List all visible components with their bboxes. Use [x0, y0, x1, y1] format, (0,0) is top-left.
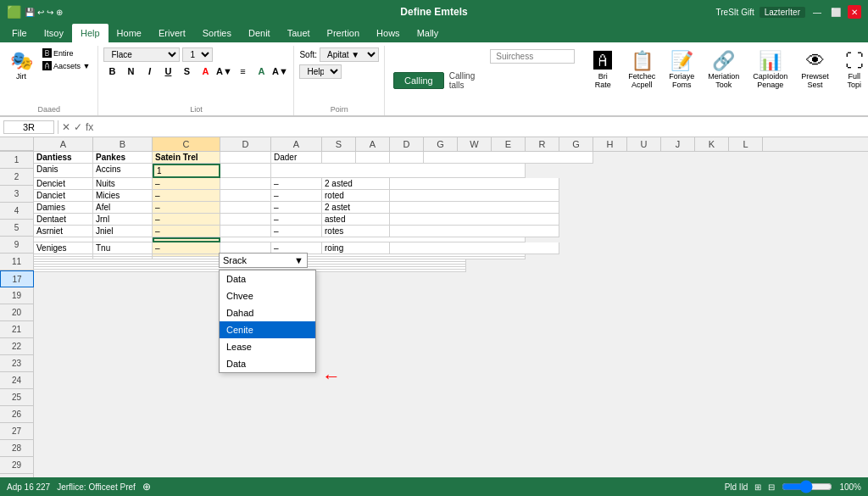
calling-indicator[interactable]: Calling: [393, 72, 444, 89]
col-d[interactable]: D: [220, 137, 271, 151]
cell-a23[interactable]: –: [271, 178, 322, 190]
cell-b9[interactable]: Jrnl: [93, 214, 153, 226]
bold-btn[interactable]: B: [103, 64, 120, 79]
cell-c1[interactable]: Satein Trel: [153, 152, 220, 164]
tab-erivert[interactable]: Erivert: [150, 24, 194, 42]
tab-mally[interactable]: Mally: [409, 24, 448, 42]
name-box[interactable]: [3, 120, 54, 134]
cell-b5[interactable]: Afel: [93, 202, 153, 214]
aacsets-btn[interactable]: 🅰 Aacsets ▼: [40, 60, 92, 72]
view-normal-icon[interactable]: ⊞: [754, 482, 761, 492]
row-num-25[interactable]: 25: [0, 389, 34, 406]
col-e[interactable]: E: [492, 137, 526, 151]
font-color-btn[interactable]: A: [197, 64, 214, 79]
cell-a25[interactable]: –: [271, 202, 322, 214]
tab-home[interactable]: Home: [108, 24, 150, 42]
cell-rest19[interactable]: [390, 242, 559, 254]
col-w[interactable]: W: [458, 137, 492, 151]
tab-help[interactable]: Help: [72, 24, 108, 42]
tab-denit[interactable]: Denit: [240, 24, 279, 42]
cell-a2[interactable]: Danis: [34, 164, 93, 178]
row-num-24[interactable]: 24: [0, 372, 34, 389]
cell-rest4[interactable]: [390, 190, 559, 202]
col-a[interactable]: A: [34, 137, 93, 151]
cell-d21[interactable]: [390, 152, 424, 164]
col-b[interactable]: B: [93, 137, 153, 151]
font-color2-btn[interactable]: A▼: [271, 64, 288, 79]
prewset-btn[interactable]: 👁 PrewsetSest: [797, 47, 833, 92]
row-num-22[interactable]: 22: [0, 338, 34, 355]
cell-c5[interactable]: –: [153, 202, 220, 214]
tab-itsoy[interactable]: Itsoy: [36, 24, 72, 42]
cell-rest3[interactable]: [390, 178, 559, 190]
dropdown-item-data1[interactable]: Data: [220, 270, 315, 287]
col-g2[interactable]: G: [559, 137, 593, 151]
row-num-19[interactable]: 19: [0, 287, 34, 304]
cell-b4[interactable]: Micies: [93, 190, 153, 202]
cell-a5[interactable]: Damies: [34, 202, 93, 214]
cell-a3[interactable]: Denciet: [34, 178, 93, 190]
strikethrough-btn[interactable]: S: [178, 64, 195, 79]
cell-c19[interactable]: –: [153, 242, 220, 254]
dropdown-item-cenite[interactable]: Cenite: [220, 321, 315, 338]
cell-s11[interactable]: rotes: [322, 226, 390, 237]
col-s[interactable]: S: [322, 137, 356, 151]
cell-rest5[interactable]: [390, 202, 559, 214]
italic-n-btn[interactable]: N: [122, 64, 139, 79]
col-u[interactable]: U: [627, 137, 661, 151]
row-num-9[interactable]: 9: [0, 237, 34, 254]
cell-b11[interactable]: Jniel: [93, 226, 153, 237]
minimize-btn[interactable]: —: [810, 5, 824, 19]
row-num-26[interactable]: 26: [0, 406, 34, 423]
cell-c2[interactable]: 1: [153, 164, 220, 178]
sort-select[interactable]: Apitat ▼: [320, 47, 379, 62]
cell-c4[interactable]: –: [153, 190, 220, 202]
col-a3[interactable]: A: [356, 137, 390, 151]
col-a2[interactable]: A: [271, 137, 322, 151]
cell-d3[interactable]: [220, 178, 271, 190]
row-num-5[interactable]: 5: [0, 220, 34, 237]
cell-a4[interactable]: Danciet: [34, 190, 93, 202]
cell-a9[interactable]: Dentaet: [34, 214, 93, 226]
cell-a211[interactable]: –: [271, 226, 322, 237]
row-num-1[interactable]: 1: [0, 152, 34, 169]
tab-file[interactable]: File: [3, 24, 36, 42]
row-num-2[interactable]: 2: [0, 169, 34, 186]
entire-btn[interactable]: 🅱 Entire: [40, 47, 92, 59]
highlight-btn[interactable]: A▼: [215, 64, 232, 79]
cell-c11[interactable]: –: [153, 226, 220, 237]
cell-d5[interactable]: [220, 202, 271, 214]
close-btn[interactable]: ✕: [848, 5, 861, 19]
dropdown-control[interactable]: Srack ▼: [219, 253, 308, 268]
cell-b1[interactable]: Pankes: [93, 152, 153, 164]
sheet-tab[interactable]: Jerflice: Officeet Pref: [57, 482, 136, 492]
cell-d4[interactable]: [220, 190, 271, 202]
font-select[interactable]: Flace: [103, 47, 180, 62]
foriaye-btn[interactable]: 📝 ForiayeFoms: [665, 47, 698, 92]
jirt-btn[interactable]: 🎭 Jirt: [5, 47, 37, 84]
cell-s19[interactable]: roing: [322, 242, 390, 254]
search-input[interactable]: [490, 49, 575, 64]
save-qa-btn[interactable]: 💾: [25, 8, 35, 17]
cell-rest11[interactable]: [390, 226, 559, 237]
meriation-btn[interactable]: 🔗 MeriationTook: [704, 47, 743, 92]
confirm-formula-icon[interactable]: ✓: [74, 121, 82, 133]
tab-hows[interactable]: Hows: [368, 24, 409, 42]
cell-s5[interactable]: 2 astet: [322, 202, 390, 214]
col-l[interactable]: L: [729, 137, 763, 151]
fill-color-btn[interactable]: A: [253, 64, 270, 79]
insert-function-icon[interactable]: fx: [86, 121, 93, 133]
cell-s1[interactable]: [322, 152, 356, 164]
view-layout-icon[interactable]: ⊟: [768, 482, 775, 492]
cell-c3[interactable]: –: [153, 178, 220, 190]
row-num-4[interactable]: 4: [0, 203, 34, 220]
border-btn[interactable]: ≡: [234, 64, 251, 79]
fetchec-btn[interactable]: 📋 FetchecAcpell: [624, 47, 659, 92]
dropdown-item-lease[interactable]: Lease: [220, 338, 315, 355]
cell-d11[interactable]: [220, 226, 271, 237]
col-k[interactable]: K: [695, 137, 729, 151]
bri-rate-btn[interactable]: 🅰 BriRate: [587, 47, 619, 92]
cell-c9[interactable]: –: [153, 214, 220, 226]
formula-input[interactable]: [97, 121, 865, 133]
col-r[interactable]: R: [526, 137, 559, 151]
